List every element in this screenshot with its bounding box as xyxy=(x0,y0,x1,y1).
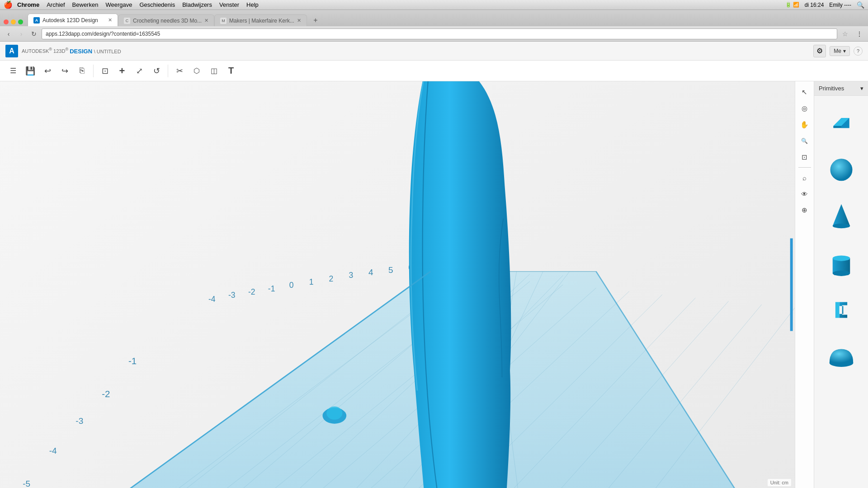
reload-button[interactable]: ↻ xyxy=(29,29,39,39)
svg-point-64 xyxy=(832,271,850,276)
select-tool-btn[interactable]: ↖ xyxy=(797,85,812,99)
help-button[interactable]: ? xyxy=(854,47,863,56)
primitive-box[interactable] xyxy=(819,99,864,145)
svg-text:-2: -2 xyxy=(248,287,255,296)
help-label: ? xyxy=(857,48,859,54)
orbit-tool-btn[interactable]: ◎ xyxy=(797,101,812,116)
scissors-btn[interactable]: ✂ xyxy=(172,63,187,79)
bookmark-star[interactable]: ☆ xyxy=(840,29,850,39)
bladwijzers-menu[interactable]: Bladwijzers xyxy=(182,1,212,8)
fit-all-btn[interactable]: ⊡ xyxy=(797,150,812,164)
primitives-header: Primitives ▾ xyxy=(814,81,868,96)
text-btn[interactable]: T xyxy=(223,63,239,79)
svg-text:-1: -1 xyxy=(268,284,275,293)
settings-icon[interactable]: ⋮ xyxy=(854,29,864,39)
zoom-region-btn[interactable]: ⌕ xyxy=(797,170,812,185)
svg-text:4: 4 xyxy=(368,267,373,277)
svg-text:-4: -4 xyxy=(49,446,57,455)
app-logo: A AUTODESK® 123D® DESIGN \ UNTITLED xyxy=(5,45,121,57)
transform-btn[interactable]: ⤢ xyxy=(132,63,147,79)
viewport[interactable]: TOP RIGHT FRONT xyxy=(0,81,795,488)
archief-menu[interactable]: Archief xyxy=(47,1,65,8)
primitive-torus[interactable] xyxy=(819,287,864,333)
shape-btn[interactable]: ⬡ xyxy=(189,63,204,79)
save-icon: 💾 xyxy=(25,66,35,76)
help-menu[interactable]: Help xyxy=(246,1,259,8)
macos-menubar: 🍎 Chrome Archief Bewerken Weergave Gesch… xyxy=(0,0,868,10)
undo-icon: ↩ xyxy=(44,66,51,76)
clone-btn[interactable]: ⎘ xyxy=(74,63,90,79)
text-icon: T xyxy=(228,66,234,76)
svg-point-61 xyxy=(832,224,850,229)
add-btn[interactable]: + xyxy=(114,63,130,79)
toolbar-sep2 xyxy=(168,65,168,77)
view-controls-panel: ↖ ◎ ✋ 🔍 ⊡ ⌕ 👁 ⊕ xyxy=(795,81,814,488)
svg-point-59 xyxy=(830,159,852,181)
user-name[interactable]: Emily ---- xyxy=(829,2,851,8)
svg-text:-3: -3 xyxy=(228,291,236,300)
undo-btn[interactable]: ↩ xyxy=(40,63,55,79)
tab-close-crocheting[interactable]: ✕ xyxy=(204,18,208,23)
tab-close-autodesk[interactable]: ✕ xyxy=(108,17,112,23)
venster-menu[interactable]: Venster xyxy=(219,1,239,8)
weergave-menu[interactable]: Weergave xyxy=(105,1,132,8)
3d-scene: 7 6 5 4 3 2 1 0 -1 -2 -3 -4 -2 -3 -4 -5 xyxy=(0,81,795,488)
svg-point-63 xyxy=(832,255,850,261)
svg-text:1: 1 xyxy=(309,277,314,286)
primitive-sphere[interactable] xyxy=(819,146,864,192)
boolean-btn[interactable]: ◫ xyxy=(206,63,222,79)
close-window-btn[interactable] xyxy=(4,19,9,24)
primitive-cylinder[interactable] xyxy=(819,240,864,286)
tab-autodesk[interactable]: A Autodesk 123D Design ✕ xyxy=(28,14,118,26)
browser-chrome: A Autodesk 123D Design ✕ C Crocheting ne… xyxy=(0,10,868,42)
tab-close-makers[interactable]: ✕ xyxy=(297,18,301,23)
needle-shape xyxy=(409,81,511,488)
primitive-hemisphere[interactable] xyxy=(819,334,864,380)
display-settings-btn[interactable]: ⊕ xyxy=(797,203,812,217)
settings-gear-btn[interactable]: ⚙ xyxy=(813,45,826,57)
view-mode-btn[interactable]: 👁 xyxy=(797,187,812,201)
svg-text:-4: -4 xyxy=(208,295,216,304)
refresh-btn[interactable]: ↺ xyxy=(149,63,164,79)
svg-text:2: 2 xyxy=(329,274,334,283)
tab-bar: A Autodesk 123D Design ✕ C Crocheting ne… xyxy=(0,10,868,26)
tab-title-autodesk: Autodesk 123D Design xyxy=(42,17,105,23)
save-btn[interactable]: 💾 xyxy=(23,63,38,79)
system-icons: 🔋 📶 xyxy=(785,2,799,8)
autodesk-logo-icon: A xyxy=(5,45,18,57)
new-tab-button[interactable]: + xyxy=(310,14,321,26)
chrome-menu[interactable]: Chrome xyxy=(17,1,39,8)
url-bar[interactable]: apps.123dapp.com/design/?contentid=16355… xyxy=(42,28,837,39)
address-bar: ‹ › ↻ apps.123dapp.com/design/?contentid… xyxy=(0,26,868,42)
minimize-window-btn[interactable] xyxy=(11,19,16,24)
menu-toggle-btn[interactable]: ☰ xyxy=(5,63,21,79)
redo-icon: ↪ xyxy=(61,66,68,76)
me-dropdown-icon: ▾ xyxy=(843,48,846,54)
back-button[interactable]: ‹ xyxy=(4,29,14,39)
svg-text:-2: -2 xyxy=(102,389,110,399)
maximize-window-btn[interactable] xyxy=(18,19,23,24)
me-button[interactable]: Me ▾ xyxy=(830,46,850,56)
tab-crocheting[interactable]: C Crocheting needles 3D Mo... ✕ xyxy=(118,14,214,26)
grid-btn[interactable]: ⊡ xyxy=(97,63,113,79)
unit-value: cm xyxy=(782,480,788,485)
apple-menu[interactable]: 🍎 xyxy=(4,0,13,9)
zoom-tool-btn[interactable]: 🔍 xyxy=(797,134,812,148)
geschiedenis-menu[interactable]: Geschiedenis xyxy=(139,1,175,8)
tab-makers[interactable]: M Makers | Makerfaire Kerk... ✕ xyxy=(214,14,307,26)
forward-button[interactable]: › xyxy=(16,29,26,39)
svg-text:-5: -5 xyxy=(23,479,30,488)
redo-btn[interactable]: ↪ xyxy=(57,63,72,79)
primitives-dropdown-icon[interactable]: ▾ xyxy=(860,85,863,92)
bewerken-menu[interactable]: Bewerken xyxy=(72,1,99,8)
pan-tool-btn[interactable]: ✋ xyxy=(797,117,812,132)
unit-label: Unit: xyxy=(770,480,781,485)
add-icon: + xyxy=(119,65,125,77)
unit-display: Unit: cm xyxy=(768,479,791,486)
svg-text:-3: -3 xyxy=(75,416,83,426)
app-doc-name: UNTITLED xyxy=(97,48,121,54)
search-icon[interactable]: 🔍 xyxy=(857,1,864,9)
view-control-separator xyxy=(798,167,811,168)
app-brand: AUTODESK® 123D® xyxy=(22,48,70,54)
primitive-cone[interactable] xyxy=(819,193,864,239)
